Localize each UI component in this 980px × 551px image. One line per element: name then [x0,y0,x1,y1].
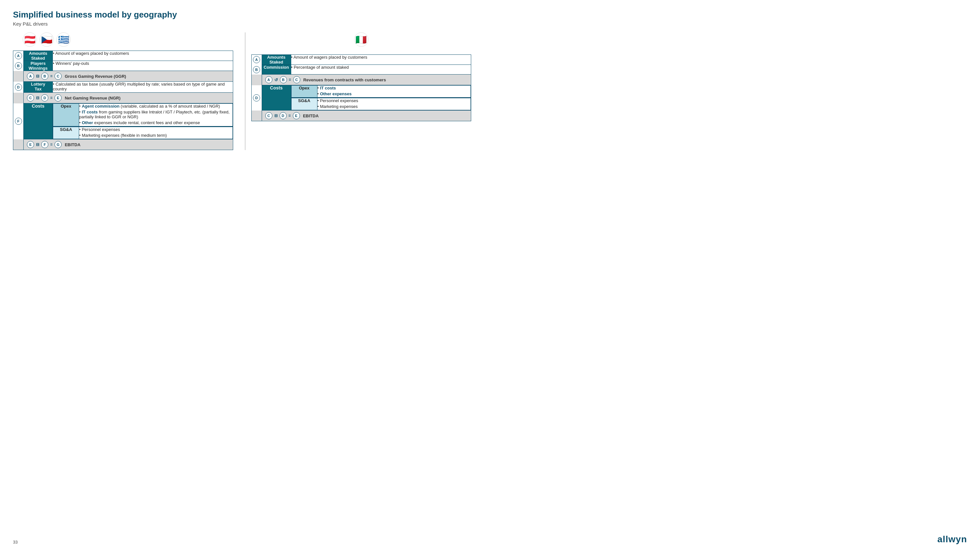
opex-label-right: Opex [291,86,317,98]
opex-bullet2-bold-right: Other expenses [320,91,352,96]
minus-icon-ebitda1: ⊟ [36,142,39,147]
label-amounts-staked: AmountsStaked [24,51,53,61]
minus-icon-ggr1: ⊟ [36,74,39,78]
opex-desc-left: Agent commission (variable, calculated a… [79,104,233,126]
opex-desc-right: IT costs Other expenses [317,86,471,98]
right-column: 🇮🇹 A AmountsStaked Amount of wagers plac… [251,32,477,150]
revenues-label: Revenues from contracts with customers [302,78,386,82]
right-model-table: A AmountsStaked Amount of wagers placed … [251,54,471,121]
austria-flag: 🇦🇹 [23,32,37,47]
badge-a-left: A [15,52,22,59]
row-costs-left: F Costs Opex Agent commission (variable,… [13,103,233,127]
equal-icon-ggr: = [50,74,52,78]
badge-c-ngr: C [27,94,34,102]
opex-bullet1-rest: (variable, calculated as a % of amount s… [119,104,220,109]
badge-c-ggr: C [54,73,62,80]
row-amounts-staked-right: A AmountsStaked Amount of wagers placed … [251,55,471,65]
label-costs-left: Costs [24,103,53,140]
desc-lottery-tax: Calculated as tax base (usually GRR) mul… [53,82,233,93]
page-title: Simplified business model by geography [13,10,477,20]
ebitda-label-left: EBITDA [64,142,80,147]
formula-ebitda-content-right: C ⊟ D = E EBITDA [265,112,468,119]
formula-ggr-content: A ⊟ B = C Gross Gaming Revenue (GGR) [27,73,230,80]
equal-icon-ebitda-right: = [289,113,291,118]
equal-icon-ebitda: = [50,142,52,147]
formula-ggr: A ⊟ B = C Gross Gaming Revenue (GGR) [13,71,233,82]
sga-label-right: SG&A [291,98,317,110]
opex-bullet2-bold: IT costs [82,110,98,114]
left-model-table: A AmountsStaked Amount of wagers placed … [13,51,233,150]
formula-revenues-content: A ↺ B = C Revenues from contracts with c… [265,76,468,83]
formula-ebitda-content-left: E ⊟ F = G EBITDA [27,141,230,148]
label-lottery-tax: LotteryTax [24,82,53,93]
page-subtitle: Key P&L drivers [13,21,477,27]
opex-label-left: Opex [53,104,79,126]
badge-d-left: D [15,84,22,91]
ebitda-label-right: EBITDA [302,113,319,118]
label-players-winnings: PlayersWinnings [24,61,53,71]
badge-a-right: A [253,56,260,63]
left-column: 🇦🇹 🇨🇿 🇬🇷 A AmountsStaked Amount of wager… [13,32,239,150]
desc-commission-right: Percentage of amount staked [291,65,471,75]
equal-icon-ngr: = [50,95,52,100]
column-divider [245,32,245,150]
sga-label-left: SG&A [53,127,79,139]
opex-bullet2-rest: from gaming suppliers like Intralot / IG… [79,110,230,119]
badge-f-ebitda: F [41,141,48,148]
czech-flag: 🇨🇿 [40,32,54,47]
badge-b-ggr: B [41,73,48,80]
minus-icon-ebitda-right: ⊟ [274,113,278,118]
ngr-label: Net Gaming Revenue (NGR) [64,95,121,100]
badge-d-ngr: D [41,94,48,102]
italy-flag: 🇮🇹 [354,32,368,47]
desc-players-winnings: Winners' pay-outs [53,61,233,71]
sga-bullet1-left: Personnel expenses [79,127,232,132]
badge-c-ebitda-right: C [265,112,272,119]
badge-d-ebitda-right: D [280,112,287,119]
badge-e-ngr: E [54,94,62,102]
label-costs-right: Costs [262,85,291,111]
badge-b-rev: B [280,76,287,83]
badge-b-right: B [253,66,260,73]
formula-ngr-content: C ⊟ D = E Net Gaming Revenue (NGR) [27,94,230,102]
greece-flag: 🇬🇷 [56,32,71,47]
opex-bullet1-bold-right: IT costs [320,86,336,91]
minus-icon-ngr1: ⊟ [36,95,39,100]
badge-g-ebitda: G [54,141,62,148]
sga-bullet1-right: Personnel expenses [318,98,471,103]
badge-d-right: D [253,94,260,102]
flags-left: 🇦🇹 🇨🇿 🇬🇷 [13,32,233,47]
desc-amounts-staked-right: Amount of wagers placed by customers [291,55,471,65]
formula-ngr: C ⊟ D = E Net Gaming Revenue (NGR) [13,93,233,103]
refresh-icon: ↺ [274,78,278,82]
badge-b-left: B [15,62,22,69]
desc-amounts-staked: Amount of wagers placed by customers [53,51,233,61]
badge-a-ggr: A [27,73,34,80]
badge-f-left: F [15,118,22,125]
sga-desc-right: Personnel expenses Marketing expenses [317,98,471,110]
formula-revenues-right: A ↺ B = C Revenues from contracts with c… [251,75,471,85]
badge-c-rev: C [293,76,300,83]
row-costs-right: D Costs Opex IT costs Other expenses [251,85,471,98]
badge-a-rev: A [265,76,272,83]
flags-right: 🇮🇹 [251,32,471,51]
sga-desc-left: Personnel expenses Marketing expenses (f… [79,127,233,139]
formula-ebitda-left: E ⊟ F = G EBITDA [13,140,233,150]
row-amounts-staked: A AmountsStaked Amount of wagers placed … [13,51,233,61]
formula-ebitda-right: C ⊟ D = E EBITDA [251,111,471,121]
row-commission-right: B Commission Percentage of amount staked [251,65,471,75]
row-players-winnings: B PlayersWinnings Winners' pay-outs [13,61,233,71]
label-commission-right: Commission [262,65,291,75]
opex-bullet1-bold: Agent commission [82,104,119,109]
badge-e-ebitda: E [27,141,34,148]
sga-bullet2-left: Marketing expenses (flexible in medium t… [79,133,232,138]
opex-bullet3-bold: Other [82,120,93,125]
equal-icon-rev: = [289,78,291,82]
opex-bullet3-rest: expenses include rental, content fees an… [93,120,200,125]
badge-e-ebitda-right: E [293,112,300,119]
sga-bullet2-right: Marketing expenses [318,104,471,109]
ggr-label: Gross Gaming Revenue (GGR) [64,74,126,79]
row-lottery-tax: D LotteryTax Calculated as tax base (usu… [13,82,233,93]
label-amounts-staked-right: AmountsStaked [262,55,291,65]
